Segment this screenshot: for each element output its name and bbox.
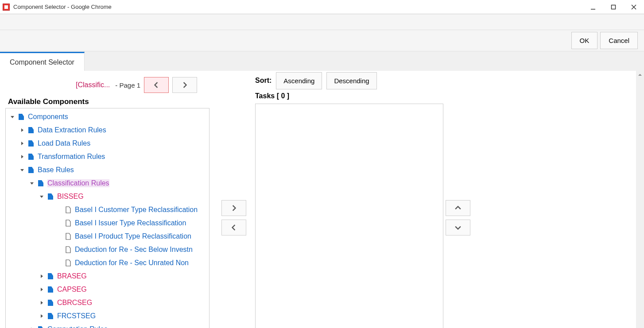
content-scrollbar[interactable]: [636, 71, 644, 328]
tab-component-selector[interactable]: Component Selector: [0, 52, 85, 72]
disclosure-collapsed-icon[interactable]: [29, 326, 35, 328]
folder-icon: [37, 325, 45, 328]
available-components-panel: [Classific... - Page 1 Available Compone…: [0, 71, 215, 328]
dialog-actionbar: OK Cancel: [0, 30, 644, 51]
tasks-list[interactable]: [255, 104, 443, 328]
chevron-left-icon: [231, 224, 237, 231]
folder-icon: [47, 272, 54, 280]
file-icon: [64, 206, 72, 214]
tree-node-cbrcseg[interactable]: CBRCSEG: [7, 296, 208, 309]
ok-button[interactable]: OK: [571, 32, 598, 49]
tree-label: FRCSTSEG: [57, 312, 96, 320]
close-button[interactable]: [624, 0, 644, 14]
tree-label: BISSEG: [57, 193, 84, 201]
oracle-app-icon: [3, 4, 10, 11]
file-icon: [64, 246, 72, 254]
folder-icon: [47, 299, 54, 307]
folder-icon: [27, 166, 35, 174]
folder-icon: [27, 153, 35, 161]
tree-node-load-data[interactable]: Load Data Rules: [7, 137, 208, 150]
reorder-controls: [446, 200, 470, 235]
tree-node-data-extraction[interactable]: Data Extraction Rules: [7, 123, 208, 137]
folder-icon: [27, 126, 35, 134]
tree-label: Computation Rules: [47, 325, 108, 328]
sort-ascending-button[interactable]: Ascending: [276, 72, 322, 89]
disclosure-collapsed-icon[interactable]: [39, 313, 45, 319]
cancel-button[interactable]: Cancel: [600, 32, 638, 49]
tree-node-transformation[interactable]: Transformation Rules: [7, 150, 208, 163]
available-components-title: Available Components: [5, 96, 209, 108]
add-to-tasks-button[interactable]: [221, 200, 246, 216]
file-icon: [64, 259, 72, 267]
tasks-title: Tasks [ 0 ]: [255, 90, 443, 104]
tree-label: CAPSEG: [57, 286, 87, 293]
tree-label: Components: [28, 113, 68, 121]
tree-label: BRASEG: [57, 272, 87, 280]
tree-node-components[interactable]: Components: [7, 110, 208, 123]
tree-node-leaf[interactable]: Basel I Customer Type Reclassification: [7, 203, 208, 216]
disclosure-collapsed-icon[interactable]: [39, 273, 45, 279]
tree-label: Deduction for Re - Sec Unrated Non: [75, 259, 189, 267]
tree-label: Base Rules: [38, 166, 74, 174]
tree-node-base-rules[interactable]: Base Rules: [7, 163, 208, 177]
tree-label: Deduction for Re - Sec Below Investn: [75, 246, 193, 254]
tree-label: Transformation Rules: [38, 153, 105, 161]
tree-label: Basel I Issuer Type Reclassification: [75, 219, 186, 227]
tree-node-braseg[interactable]: BRASEG: [7, 270, 208, 283]
tree-label: CBRCSEG: [57, 299, 92, 307]
tree-node-capseg[interactable]: CAPSEG: [7, 283, 208, 296]
sort-label: Sort:: [255, 77, 272, 85]
tree-node-classification-rules[interactable]: Classification Rules: [7, 177, 208, 190]
move-up-button[interactable]: [446, 200, 470, 216]
file-icon: [64, 232, 72, 240]
minimize-button[interactable]: [583, 0, 603, 14]
disclosure-expanded-icon[interactable]: [9, 114, 16, 120]
svg-rect-0: [591, 9, 595, 10]
scroll-up-button[interactable]: [636, 71, 644, 79]
prev-page-button[interactable]: [144, 77, 169, 93]
tree-node-leaf[interactable]: Deduction for Re - Sec Unrated Non: [7, 256, 208, 270]
next-page-button[interactable]: [172, 77, 197, 93]
chevron-up-icon: [455, 205, 461, 211]
tree-node-bisseg[interactable]: BISSEG: [7, 190, 208, 203]
disclosure-collapsed-icon[interactable]: [39, 300, 45, 306]
move-down-button[interactable]: [446, 220, 470, 235]
remove-from-tasks-button[interactable]: [221, 220, 246, 235]
file-icon: [64, 219, 72, 227]
tasks-title-text: Tasks [ 0 ]: [255, 92, 289, 100]
tree-label-selected: Classification Rules: [47, 179, 109, 187]
tree-node-leaf[interactable]: Basel I Issuer Type Reclassification: [7, 216, 208, 230]
tree-node-computation-rules[interactable]: Computation Rules: [7, 323, 208, 328]
window-title: Component Selector - Google Chrome: [13, 4, 112, 10]
chevron-left-icon: [153, 82, 159, 88]
disclosure-collapsed-icon[interactable]: [19, 154, 25, 160]
folder-icon: [47, 312, 54, 320]
tree-node-leaf[interactable]: Basel I Product Type Reclassification: [7, 230, 208, 243]
tree-label: Load Data Rules: [38, 139, 90, 147]
tasks-panel: Sort: Ascending Descending Tasks [ 0 ]: [255, 71, 443, 328]
component-tree: Components Data Extraction Rules Load Da…: [5, 108, 209, 328]
tree-label: Data Extraction Rules: [38, 126, 106, 134]
folder-icon: [47, 286, 54, 293]
chevron-down-icon: [455, 224, 461, 231]
maximize-button[interactable]: [603, 0, 624, 14]
disclosure-collapsed-icon[interactable]: [19, 127, 25, 133]
sort-descending-button[interactable]: Descending: [326, 72, 376, 89]
window-titlebar: Component Selector - Google Chrome: [0, 0, 644, 14]
folder-icon: [37, 179, 45, 187]
component-tree-scroll[interactable]: Components Data Extraction Rules Load Da…: [6, 108, 209, 328]
svg-rect-1: [612, 5, 616, 9]
disclosure-expanded-icon[interactable]: [29, 180, 35, 186]
transfer-controls: [221, 200, 246, 235]
pager: [Classific... - Page 1: [5, 74, 209, 96]
sort-controls: Sort: Ascending Descending: [255, 71, 443, 90]
browser-toolbar: [0, 14, 644, 30]
disclosure-expanded-icon[interactable]: [19, 167, 25, 173]
page-indicator: - Page 1: [115, 81, 140, 89]
disclosure-collapsed-icon[interactable]: [39, 286, 45, 293]
tree-node-frcstseg[interactable]: FRCSTSEG: [7, 309, 208, 323]
disclosure-collapsed-icon[interactable]: [19, 140, 25, 147]
tree-node-leaf[interactable]: Deduction for Re - Sec Below Investn: [7, 243, 208, 256]
content-area: [Classific... - Page 1 Available Compone…: [0, 71, 644, 328]
disclosure-expanded-icon[interactable]: [39, 193, 45, 200]
